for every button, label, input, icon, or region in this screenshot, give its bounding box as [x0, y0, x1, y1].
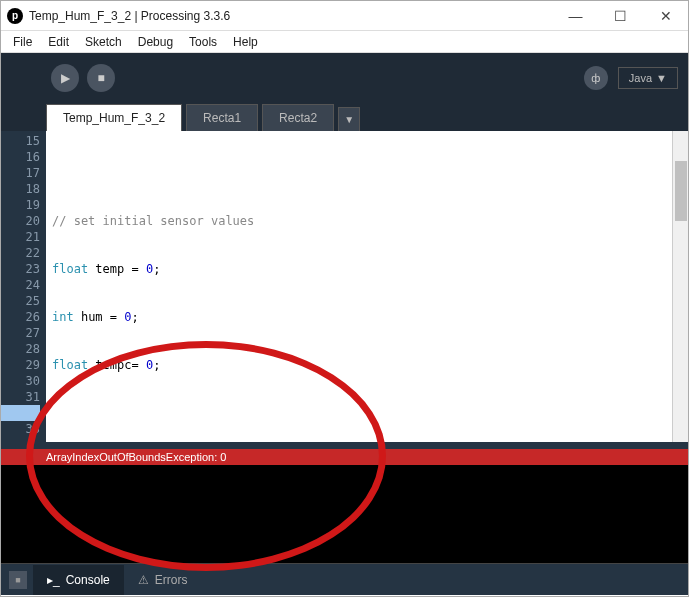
error-message: ArrayIndexOutOfBoundsException: 0	[46, 451, 226, 463]
tab-recta2[interactable]: Recta2	[262, 104, 334, 131]
maximize-button[interactable]: ☐	[598, 1, 643, 31]
menu-help[interactable]: Help	[225, 33, 266, 51]
stop-icon: ■	[97, 71, 104, 85]
console-icon: ▸_	[47, 573, 60, 587]
line-number: 25	[1, 293, 40, 309]
bottom-bar: ■ ▸_ Console ⚠ Errors	[1, 563, 688, 595]
play-icon: ▶	[61, 71, 70, 85]
stop-button[interactable]: ■	[87, 64, 115, 92]
editor: 15 16 17 18 19 20 21 22 23 24 25 26 27 2…	[1, 131, 688, 442]
tab-recta1[interactable]: Recta1	[186, 104, 258, 131]
butterfly-icon: ф	[591, 72, 600, 84]
tab-console[interactable]: ▸_ Console	[33, 565, 124, 595]
menu-debug[interactable]: Debug	[130, 33, 181, 51]
line-number: 16	[1, 149, 40, 165]
minimize-button[interactable]: —	[553, 1, 598, 31]
menu-tools[interactable]: Tools	[181, 33, 225, 51]
line-number: 29	[1, 357, 40, 373]
error-banner: ArrayIndexOutOfBoundsException: 0	[1, 449, 688, 465]
language-select[interactable]: Java ▼	[618, 67, 678, 89]
stop-icon: ■	[15, 575, 20, 585]
scrollbar-thumb[interactable]	[675, 161, 687, 221]
errors-label: Errors	[155, 573, 188, 587]
menu-file[interactable]: File	[5, 33, 40, 51]
tab-menu-button[interactable]: ▼	[338, 107, 360, 131]
window-controls: — ☐ ✕	[553, 1, 688, 31]
line-number: 28	[1, 341, 40, 357]
menu-edit[interactable]: Edit	[40, 33, 77, 51]
line-number: 19	[1, 197, 40, 213]
line-gutter: 15 16 17 18 19 20 21 22 23 24 25 26 27 2…	[1, 131, 46, 442]
line-number: 23	[1, 261, 40, 277]
console-stop-button[interactable]: ■	[9, 571, 27, 589]
menu-sketch[interactable]: Sketch	[77, 33, 130, 51]
toolbar: ▶ ■ ф Java ▼	[1, 53, 688, 103]
line-number: 20	[1, 213, 40, 229]
line-number: 17	[1, 165, 40, 181]
console-output[interactable]	[1, 465, 688, 563]
title-bar: p Temp_Hum_F_3_2 | Processing 3.3.6 — ☐ …	[1, 1, 688, 31]
editor-scrollbar[interactable]	[672, 131, 688, 442]
line-number: 27	[1, 325, 40, 341]
line-number: 24	[1, 277, 40, 293]
menu-bar: File Edit Sketch Debug Tools Help	[1, 31, 688, 53]
language-label: Java	[629, 72, 652, 84]
window-title: Temp_Hum_F_3_2 | Processing 3.3.6	[29, 9, 230, 23]
close-button[interactable]: ✕	[643, 1, 688, 31]
line-number: 26	[1, 309, 40, 325]
line-number: 33	[1, 421, 40, 437]
code-area[interactable]: // set initial sensor values float temp …	[46, 131, 672, 442]
tab-row: Temp_Hum_F_3_2 Recta1 Recta2 ▼	[1, 103, 688, 131]
console-label: Console	[66, 573, 110, 587]
tab-main[interactable]: Temp_Hum_F_3_2	[46, 104, 182, 131]
debug-mode-button[interactable]: ф	[584, 66, 608, 90]
tab-errors[interactable]: ⚠ Errors	[124, 565, 202, 595]
warning-icon: ⚠	[138, 573, 149, 587]
line-number	[1, 405, 40, 421]
line-number: 21	[1, 229, 40, 245]
line-number: 15	[1, 133, 40, 149]
line-number: 30	[1, 373, 40, 389]
line-number: 22	[1, 245, 40, 261]
chevron-down-icon: ▼	[656, 72, 667, 84]
line-number: 31	[1, 389, 40, 405]
line-number: 18	[1, 181, 40, 197]
app-icon: p	[7, 8, 23, 24]
run-button[interactable]: ▶	[51, 64, 79, 92]
panel-separator[interactable]	[1, 442, 688, 449]
